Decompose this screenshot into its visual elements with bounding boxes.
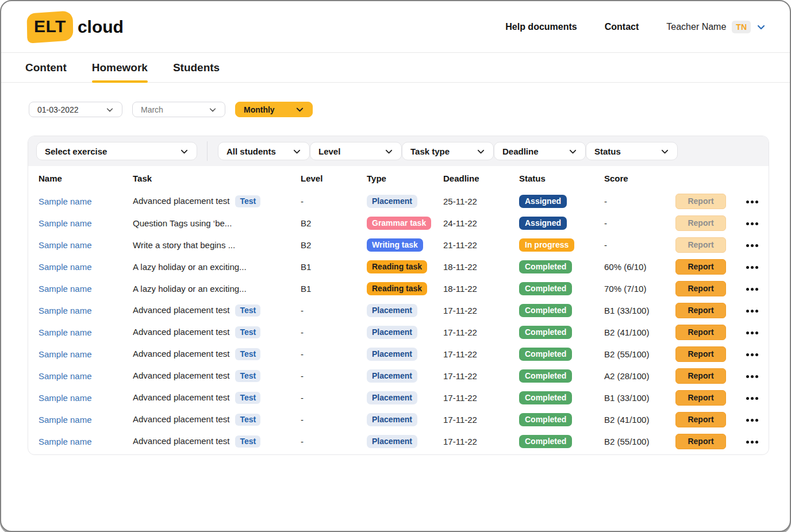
status-badge: Assigned <box>519 217 567 230</box>
ellipsis-icon[interactable] <box>745 350 759 360</box>
student-name-link[interactable]: Sample name <box>39 196 92 206</box>
type-badge: Placement <box>367 304 417 317</box>
student-name-link[interactable]: Sample name <box>39 371 92 381</box>
student-name-link[interactable]: Sample name <box>39 415 92 425</box>
score-value: - <box>604 196 675 206</box>
report-button: Report <box>675 194 726 209</box>
date-filter-row: 01-03-2022 March Monthly <box>1 83 790 117</box>
task-type-label: Task type <box>410 147 450 156</box>
type-badge: Writing task <box>367 238 423 252</box>
level-value: - <box>301 196 367 206</box>
ellipsis-icon[interactable] <box>745 328 759 338</box>
ellipsis-icon[interactable] <box>745 306 759 316</box>
status-badge: Completed <box>519 260 572 273</box>
ellipsis-icon[interactable] <box>745 394 759 403</box>
help-documents-link[interactable]: Help documents <box>505 22 577 32</box>
report-button[interactable]: Report <box>675 303 726 318</box>
report-button[interactable]: Report <box>675 390 726 406</box>
level-dropdown[interactable]: Level <box>310 142 402 160</box>
type-badge: Placement <box>367 391 417 404</box>
report-button[interactable]: Report <box>675 259 726 275</box>
logo-cloud-text: cloud <box>78 17 124 37</box>
deadline-dropdown[interactable]: Deadline <box>494 142 586 160</box>
task-title: Advanced placement test <box>133 414 229 424</box>
level-value: - <box>301 327 367 337</box>
ellipsis-icon[interactable] <box>745 219 759 229</box>
all-students-dropdown[interactable]: All students <box>218 142 310 160</box>
report-button[interactable]: Report <box>675 434 726 449</box>
user-menu[interactable]: Teacher Name TN <box>666 21 766 33</box>
ellipsis-icon[interactable] <box>745 415 759 425</box>
student-name-link[interactable]: Sample name <box>39 240 92 250</box>
status-dropdown[interactable]: Status <box>586 142 678 160</box>
level-value: B2 <box>301 218 367 228</box>
student-name-link[interactable]: Sample name <box>39 262 92 272</box>
deadline-value: 21-11-22 <box>443 240 519 250</box>
ellipsis-icon[interactable] <box>745 372 759 381</box>
status-badge: Completed <box>519 282 572 295</box>
level-value: B2 <box>301 240 367 250</box>
table-row: Sample name Advanced placement testTest … <box>28 387 769 408</box>
test-badge: Test <box>235 195 260 207</box>
month-dropdown[interactable]: March <box>132 102 225 117</box>
select-exercise-dropdown[interactable]: Select exercise <box>36 142 197 160</box>
contact-link[interactable]: Contact <box>605 22 639 32</box>
test-badge: Test <box>235 435 260 448</box>
logo: ELT cloud <box>27 12 124 42</box>
student-name-link[interactable]: Sample name <box>39 437 92 446</box>
column-header-type: Type <box>367 174 443 183</box>
date-dropdown[interactable]: 01-03-2022 <box>29 102 122 117</box>
report-button[interactable]: Report <box>675 325 726 340</box>
table-row: Sample name A lazy holiday or an excitin… <box>28 277 769 299</box>
test-badge: Test <box>235 414 260 426</box>
score-value: 60% (6/10) <box>604 262 675 272</box>
ellipsis-icon[interactable] <box>745 284 759 294</box>
report-button[interactable]: Report <box>675 368 726 384</box>
score-value: B2 (41/100) <box>604 327 675 337</box>
deadline-value: 17-11-22 <box>443 437 519 446</box>
student-name-link[interactable]: Sample name <box>39 306 92 315</box>
chevron-down-icon <box>757 22 766 32</box>
tab-homework[interactable]: Homework <box>92 53 148 82</box>
logo-elt-text: ELT <box>34 17 66 36</box>
student-name-link[interactable]: Sample name <box>39 393 92 403</box>
student-name-link[interactable]: Sample name <box>39 349 92 359</box>
task-title: Question Tags using ‘be... <box>133 218 232 228</box>
student-name-link[interactable]: Sample name <box>39 327 92 337</box>
student-name-link[interactable]: Sample name <box>39 218 92 228</box>
student-name-link[interactable]: Sample name <box>39 284 92 294</box>
task-title: Advanced placement test <box>133 327 229 337</box>
tab-students[interactable]: Students <box>173 53 220 82</box>
report-button[interactable]: Report <box>675 281 726 296</box>
tab-content[interactable]: Content <box>25 53 67 82</box>
task-title: Advanced placement test <box>133 196 229 206</box>
deadline-value: 17-11-22 <box>443 349 519 359</box>
deadline-value: 17-11-22 <box>443 415 519 425</box>
task-type-dropdown[interactable]: Task type <box>402 142 494 160</box>
column-header-score: Score <box>604 174 675 183</box>
report-button[interactable]: Report <box>675 346 726 362</box>
status-badge: Completed <box>519 326 572 339</box>
ellipsis-icon[interactable] <box>745 263 759 272</box>
table-row: Sample name Advanced placement testTest … <box>28 343 769 365</box>
score-value: - <box>604 240 675 250</box>
chevron-down-icon <box>569 147 577 156</box>
task-title: Advanced placement test <box>133 392 229 402</box>
ellipsis-icon[interactable] <box>745 437 759 447</box>
period-dropdown[interactable]: Monthly <box>235 102 313 117</box>
table-row: Sample name Advanced placement testTest … <box>28 321 769 343</box>
report-button[interactable]: Report <box>675 412 726 427</box>
table-row: Sample name Advanced placement testTest … <box>28 299 769 321</box>
status-badge: Completed <box>519 304 572 317</box>
logo-elt-mark: ELT <box>27 10 74 44</box>
chevron-down-icon <box>661 147 669 156</box>
deadline-value: 25-11-22 <box>443 196 519 206</box>
ellipsis-icon[interactable] <box>745 241 759 250</box>
level-value: - <box>301 306 367 315</box>
table-row: Sample name Advanced placement testTest … <box>28 365 769 387</box>
level-value: - <box>301 415 367 425</box>
table-row: Sample name Question Tags using ‘be... B… <box>28 212 769 234</box>
ellipsis-icon[interactable] <box>745 197 759 207</box>
type-badge: Placement <box>367 369 417 383</box>
deadline-value: 18-11-22 <box>443 262 519 272</box>
